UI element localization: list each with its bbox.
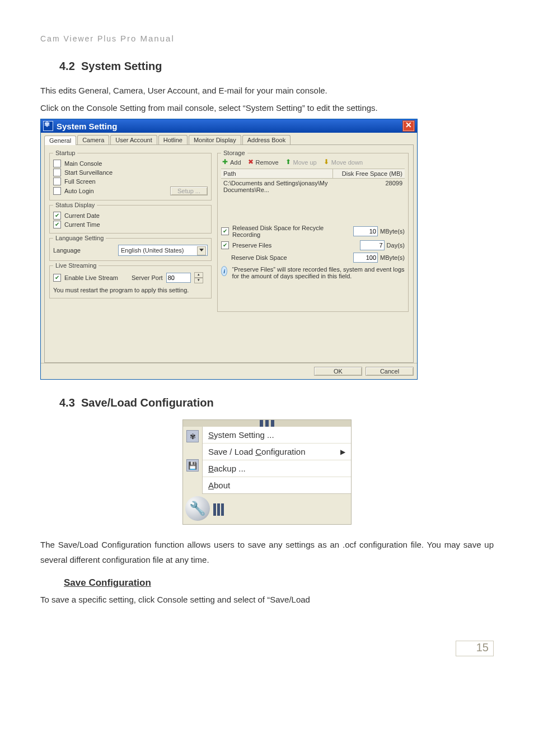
deco-top [183, 420, 351, 427]
live-legend: Live Streaming [53, 262, 99, 269]
released-disk-space-checkbox[interactable] [221, 227, 229, 235]
preserve-unit: Day(s) [387, 242, 405, 249]
info-icon: i [221, 266, 227, 276]
storage-move-down-button[interactable]: ⬇ Move down [322, 158, 363, 166]
moveup-label: Move up [293, 159, 317, 166]
remove-label: Remove [256, 159, 279, 166]
col-path: Path [221, 169, 333, 178]
backup-label: ackup ... [214, 464, 246, 473]
preserve-files-label: Preserve Files [232, 242, 360, 249]
full-screen-checkbox[interactable] [53, 178, 61, 185]
sec43-title: Save/Load Configuration [81, 396, 214, 409]
storage-remove-button[interactable]: ✖ Remove [247, 158, 279, 166]
u-b: B [208, 464, 214, 473]
row-path: C:\Documents and Settings\jonasy\My Docu… [221, 179, 333, 194]
storage-table-row[interactable]: C:\Documents and Settings\jonasy\My Docu… [221, 179, 405, 194]
info-text: “Preserve Files” will store recorded fil… [232, 266, 405, 279]
tab-general-body: Startup Main Console Start Surveillance … [44, 144, 414, 363]
dropdown-caret-icon [199, 249, 204, 251]
preserve-files-info: i “Preserve Files” will store recorded f… [221, 266, 405, 279]
live-streaming-group: Live Streaming Enable Live Stream Server… [49, 262, 212, 298]
current-time-label: Current Time [64, 221, 100, 228]
startup-group: Startup Main Console Start Surveillance … [49, 150, 212, 200]
enable-live-stream-label: Enable Live Stream [64, 274, 118, 281]
submenu-arrow-icon: ▶ [340, 448, 345, 456]
remove-icon: ✖ [247, 158, 255, 166]
preserve-files-input[interactable] [360, 240, 385, 250]
storage-group: Storage ✚ Add ✖ Remove ⬆ [217, 150, 409, 312]
close-button[interactable]: ✕ [402, 120, 415, 132]
storage-move-up-button[interactable]: ⬆ Move up [284, 158, 317, 166]
saveload-label-a: Save / Load [208, 447, 255, 456]
section-4-3-heading: 4.3 Save/Load Configuration [59, 396, 494, 409]
saveload-label-b: onfiguration [261, 447, 305, 456]
deco-right [210, 501, 227, 516]
auto-login-checkbox[interactable] [53, 187, 61, 195]
tab-monitor-display[interactable]: Monitor Display [189, 135, 241, 144]
released-unit: MByte(s) [380, 228, 405, 235]
tab-strip: General Camera User Account Hotline Moni… [41, 133, 417, 363]
status-display-group: Status Display Current Date Current Time [49, 202, 212, 234]
context-menu: System Setting ... Save / Load Configura… [202, 427, 351, 494]
backup-icon: 💾 [186, 459, 199, 472]
menu-about[interactable]: About [203, 477, 351, 493]
main-console-label: Main Console [64, 160, 102, 167]
movedown-label: Move down [331, 159, 363, 166]
tab-hotline[interactable]: Hotline [158, 135, 188, 144]
tab-general[interactable]: General [44, 136, 76, 145]
language-label: Language [53, 247, 81, 254]
full-screen-label: Full Screen [64, 178, 96, 185]
reserve-unit: MByte(s) [380, 254, 405, 261]
menu-backup[interactable]: Backup ... [203, 460, 351, 477]
menu-system-setting[interactable]: System Setting ... [203, 427, 351, 444]
app-icon [43, 121, 53, 131]
server-port-input[interactable] [166, 273, 191, 283]
window-title: System Setting [57, 122, 117, 131]
preserve-files-checkbox[interactable] [221, 241, 229, 249]
server-port-spinner[interactable]: ▲▼ [194, 272, 203, 283]
sec43-num: 4.3 [59, 396, 75, 409]
main-console-checkbox[interactable] [53, 160, 61, 167]
context-menu-screenshot: ✾ 💾 System Setting ... Save / Load Confi… [182, 419, 352, 525]
doc-header: Cam Viewer Plus Pro Manual [40, 34, 494, 43]
language-value: English (United States) [121, 247, 184, 254]
server-port-label: Server Port [132, 274, 163, 281]
current-time-checkbox[interactable] [53, 221, 61, 228]
wrench-icon: 🔧 [185, 496, 210, 521]
live-stream-note: You must restart the program to apply th… [53, 287, 208, 293]
status-legend: Status Display [53, 202, 97, 208]
section-4-2-heading: 4.2 System Setting [59, 60, 494, 73]
page-number: 15 [456, 641, 494, 656]
cancel-button[interactable]: Cancel [366, 367, 414, 376]
tab-camera[interactable]: Camera [77, 135, 109, 144]
language-setting-group: Language Setting Language English (Unite… [49, 235, 212, 261]
add-icon: ✚ [221, 158, 229, 166]
reserve-disk-space-label: Reserve Disk Space [231, 254, 353, 261]
auto-login-setup-button[interactable]: Setup ... [170, 186, 208, 195]
header-suffix: Pro Manual [120, 34, 175, 43]
tab-address-book[interactable]: Address Book [242, 135, 291, 144]
system-label: ystem Setting ... [214, 430, 274, 440]
tab-user-account[interactable]: User Account [110, 135, 157, 144]
auto-login-label: Auto Login [64, 188, 94, 194]
start-surveillance-checkbox[interactable] [53, 169, 61, 176]
storage-table-header: Path Disk Free Space (MB) [221, 169, 405, 179]
enable-live-stream-checkbox[interactable] [53, 274, 61, 282]
reserve-disk-space-input[interactable] [353, 253, 378, 263]
current-date-checkbox[interactable] [53, 212, 61, 220]
released-disk-space-input[interactable] [353, 226, 378, 236]
storage-add-button[interactable]: ✚ Add [221, 158, 241, 166]
arrow-up-icon: ⬆ [284, 158, 292, 166]
start-surveillance-label: Start Surveillance [64, 169, 113, 176]
sec42-para2: Click on the Console Setting from mail c… [40, 100, 494, 115]
released-disk-space-label: Released Disk Space for Recycle Recordin… [232, 225, 353, 238]
language-select[interactable]: English (United States) [118, 245, 208, 256]
menu-save-load-configuration[interactable]: Save / Load Configuration ▶ [203, 444, 351, 460]
ok-button[interactable]: OK [314, 367, 362, 376]
sec43-para1: The Save/Load Configuration function all… [40, 537, 494, 567]
add-label: Add [230, 159, 241, 166]
sec-num: 4.2 [59, 60, 75, 72]
sec-title: System Setting [81, 60, 162, 72]
page-footer: 15 [40, 641, 494, 656]
dialog-button-row: OK Cancel [41, 363, 417, 379]
